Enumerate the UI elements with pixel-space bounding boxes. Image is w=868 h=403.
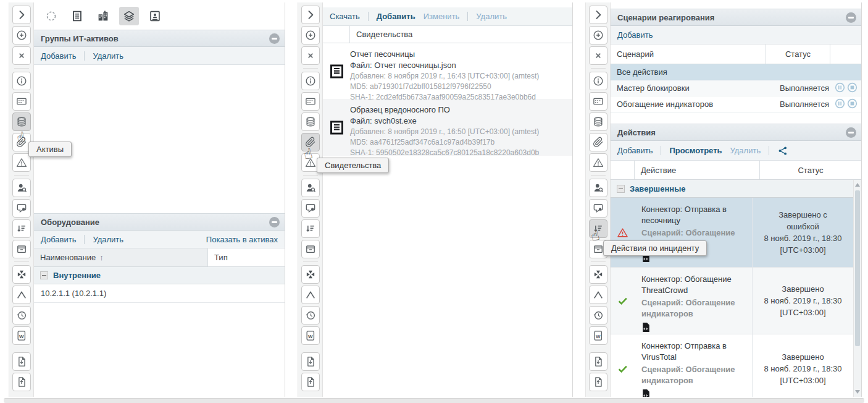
sidebar-button-import[interactable]: [589, 352, 607, 371]
sidebar-button-integrations[interactable]: [589, 265, 607, 284]
sidebar-button-fields[interactable]: [301, 92, 320, 111]
sidebar-button-history[interactable]: [12, 306, 31, 325]
sidebar-button-assets[interactable]: [301, 112, 320, 131]
sidebar-button-export[interactable]: [301, 373, 320, 391]
delete-button[interactable]: Удалить: [93, 51, 123, 61]
sidebar-button-info[interactable]: [12, 72, 31, 90]
sidebar-button-expand[interactable]: [589, 6, 607, 24]
sidebar-button-add[interactable]: [12, 26, 31, 45]
add-button[interactable]: Добавить: [617, 146, 653, 155]
sidebar-button-report[interactable]: W: [12, 326, 31, 345]
evidence-row[interactable]: Отчет песочницы Файл: Отчет песочницы.js…: [323, 43, 572, 99]
evidence-row[interactable]: Образец вредоносного ПО Файл: svch0st.ex…: [323, 99, 572, 156]
scroll-thumb[interactable]: [855, 190, 860, 346]
share-button[interactable]: [777, 145, 788, 156]
sidebar-button-attachments[interactable]: [589, 133, 607, 151]
sidebar-button-add[interactable]: [589, 26, 607, 45]
sidebar-button-report[interactable]: W: [589, 326, 607, 345]
pause-button[interactable]: [835, 82, 845, 95]
delete-button[interactable]: Удалить: [476, 12, 507, 21]
scenario-row[interactable]: Мастер блокировки Выполняется: [611, 80, 861, 96]
column-header-status[interactable]: Статус: [760, 161, 861, 179]
equipment-row[interactable]: 10.2.1.1 (10.2.1.1): [34, 284, 285, 303]
sidebar-button-comments[interactable]: [12, 199, 31, 218]
sidebar-button-add[interactable]: [301, 26, 320, 45]
sidebar-button-export[interactable]: [589, 373, 607, 391]
group-collapse-icon[interactable]: [40, 271, 48, 279]
column-header-status[interactable]: Статус: [766, 45, 830, 64]
action-row[interactable]: Коннектор: Отправка в VirusTotal Сценари…: [611, 334, 853, 397]
sidebar-button-report[interactable]: W: [301, 326, 320, 345]
action-row[interactable]: Коннектор: Обогащение ThreatCrowd Сценар…: [611, 268, 853, 334]
sidebar-button-warnings[interactable]: [12, 153, 31, 172]
stop-button[interactable]: [847, 82, 858, 95]
toolbar-button-organization[interactable]: [93, 7, 113, 25]
collapse-icon[interactable]: [269, 217, 280, 227]
sidebar-button-fields[interactable]: [589, 92, 607, 111]
sidebar-button-analytics[interactable]: [12, 286, 31, 304]
pause-button[interactable]: [835, 98, 845, 111]
toolbar-button-layers[interactable]: [119, 7, 139, 25]
sidebar-button-export[interactable]: [12, 373, 31, 391]
toolbar-button-refresh[interactable]: [41, 7, 61, 25]
group-collapse-icon[interactable]: [617, 185, 625, 193]
column-header-type[interactable]: Тип: [208, 248, 285, 266]
add-button[interactable]: Добавить: [41, 235, 76, 244]
scroll-down-icon[interactable]: [854, 388, 861, 396]
sidebar-button-users[interactable]: [12, 179, 31, 197]
column-header-action[interactable]: Действие: [635, 161, 760, 179]
sidebar-button-analytics[interactable]: [301, 286, 320, 304]
sidebar-button-expand[interactable]: [301, 6, 320, 24]
sidebar-button-users[interactable]: [589, 179, 607, 197]
sidebar-button-tasks[interactable]: [301, 240, 320, 258]
sidebar-button-actions[interactable]: [12, 219, 31, 238]
edit-button[interactable]: Изменить: [424, 12, 460, 21]
sidebar-button-import[interactable]: [12, 352, 31, 371]
sidebar-button-warnings[interactable]: [589, 153, 607, 172]
actions-group-completed[interactable]: Завершенные: [611, 180, 853, 198]
toolbar-button-contact-card[interactable]: [145, 7, 165, 25]
sidebar-button-close[interactable]: [301, 46, 320, 65]
sidebar-button-close[interactable]: [12, 46, 31, 65]
column-header-evidence[interactable]: Свидетельства: [350, 26, 572, 43]
action-row-selected[interactable]: Коннектор: Отправка в песочницу Сценарий…: [611, 198, 853, 268]
show-in-assets-button[interactable]: Показать в активах: [206, 235, 278, 244]
collapse-icon[interactable]: [846, 127, 856, 138]
view-button[interactable]: Просмотреть: [669, 146, 722, 155]
sidebar-button-import[interactable]: [301, 352, 320, 371]
sidebar-button-info[interactable]: [301, 72, 320, 90]
sidebar-button-close[interactable]: [589, 46, 607, 65]
collapse-icon[interactable]: [846, 12, 856, 23]
scenario-row[interactable]: Обогащение индикаторов Выполняется: [611, 96, 861, 112]
download-button[interactable]: Скачать: [330, 12, 360, 21]
sidebar-button-expand[interactable]: [12, 6, 31, 24]
column-header-scenario[interactable]: Сценарий: [611, 45, 766, 64]
sidebar-button-integrations[interactable]: [301, 265, 320, 284]
sidebar-button-users[interactable]: [301, 179, 320, 197]
sidebar-button-analytics[interactable]: [589, 286, 607, 304]
sidebar-button-fields[interactable]: [12, 92, 31, 111]
sidebar-button-history[interactable]: [301, 306, 320, 325]
scenarios-group-all-actions[interactable]: Все действия: [611, 64, 861, 80]
delete-button[interactable]: Удалить: [730, 146, 761, 155]
add-button[interactable]: Добавить: [617, 30, 653, 40]
equipment-group-internal[interactable]: Внутренние: [34, 267, 285, 284]
add-button[interactable]: Добавить: [41, 51, 76, 61]
sidebar-button-history[interactable]: [589, 306, 607, 325]
delete-button[interactable]: Удалить: [93, 235, 123, 244]
sidebar-button-comments[interactable]: [589, 199, 607, 218]
add-button[interactable]: Добавить: [377, 12, 415, 21]
toolbar-button-document[interactable]: [67, 7, 87, 25]
sidebar-button-info[interactable]: [589, 72, 607, 90]
vertical-scrollbar[interactable]: [853, 180, 861, 397]
scroll-up-icon[interactable]: [854, 180, 861, 189]
column-header-name[interactable]: Наименование ↑: [34, 248, 208, 266]
sidebar-button-assets[interactable]: [589, 112, 607, 131]
sidebar-button-integrations[interactable]: [12, 265, 31, 284]
stop-button[interactable]: [847, 98, 858, 111]
collapse-icon[interactable]: [269, 33, 280, 44]
sidebar-button-tasks[interactable]: [12, 240, 31, 258]
sidebar-button-actions[interactable]: [301, 219, 320, 238]
horizontal-scrollbar[interactable]: [4, 398, 864, 403]
sidebar-button-comments[interactable]: [301, 199, 320, 218]
